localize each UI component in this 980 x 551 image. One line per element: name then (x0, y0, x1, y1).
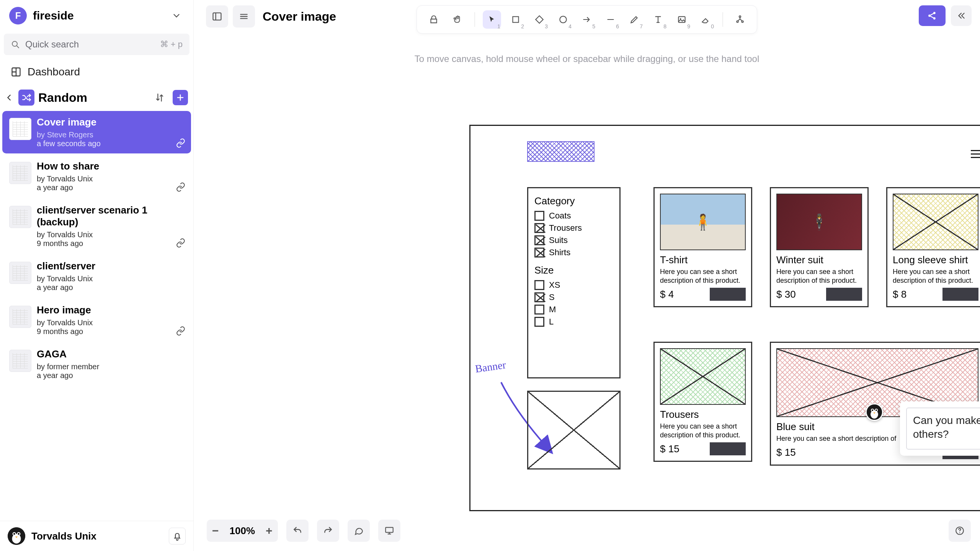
product-title: Long sleeve shirt (893, 254, 978, 266)
product-card-wintersuit[interactable]: 🕴️ Winter suit Here you can see a short … (770, 187, 869, 307)
share-icon (927, 10, 938, 21)
buy-button-placeholder[interactable] (710, 442, 746, 455)
link-icon[interactable] (176, 182, 186, 192)
lock-icon (429, 15, 439, 24)
add-document-button[interactable] (173, 90, 188, 105)
product-price: $ 8 (893, 289, 906, 300)
present-button[interactable] (378, 520, 400, 542)
filter-label: S (549, 292, 555, 302)
tool-pencil[interactable]: 7 (625, 10, 644, 29)
chevrons-left-icon (956, 11, 966, 21)
canvas[interactable]: menu Category CoatsTrousersSuitsShirts S… (194, 33, 980, 551)
link-icon[interactable] (176, 138, 186, 148)
notifications-button[interactable] (169, 528, 186, 544)
buy-button-placeholder[interactable] (826, 288, 862, 301)
tool-share-diagram[interactable] (731, 10, 749, 29)
workspace-switcher[interactable]: F fireside (0, 0, 193, 31)
doc-title: Cover image (37, 116, 184, 128)
buy-button-placeholder[interactable] (710, 288, 746, 301)
redo-button[interactable] (317, 520, 339, 542)
penguin-icon (8, 527, 25, 545)
filter-option[interactable]: Shirts (534, 248, 613, 258)
comment-input[interactable]: Can you make it as wide as the others? (906, 408, 980, 450)
dashboard-link[interactable]: Dashboard (0, 61, 193, 86)
tool-diamond[interactable]: 3 (530, 10, 549, 29)
logo-placeholder[interactable] (527, 141, 595, 162)
board-title[interactable]: Cover image (263, 10, 336, 24)
diamond-icon (534, 15, 544, 24)
document-item[interactable]: Cover image by Steve Rogers a few second… (2, 111, 191, 153)
comments-button[interactable] (348, 520, 370, 542)
zoom-in-button[interactable]: + (266, 524, 273, 537)
collaborator-cursor[interactable] (866, 403, 883, 421)
doc-author: by Torvalds Unix (37, 274, 184, 283)
tool-hand[interactable] (448, 10, 467, 29)
tool-arrow[interactable]: 5 (578, 10, 596, 29)
banner-annotation[interactable]: Banner (474, 359, 507, 375)
filter-option[interactable]: M (534, 305, 613, 315)
tool-circle[interactable]: 4 (554, 10, 572, 29)
rect-icon (511, 15, 521, 24)
menu-element[interactable]: menu (971, 147, 980, 160)
document-item[interactable]: client/server by Torvalds Unix a year ag… (2, 255, 191, 297)
buy-button-placeholder[interactable] (942, 288, 978, 301)
section-back[interactable] (4, 92, 15, 103)
banner-placeholder[interactable] (527, 391, 621, 469)
bottom-toolbar: − 100% + (207, 520, 400, 542)
document-item[interactable]: GAGA by former member a year ago (2, 343, 191, 385)
shuffle-icon (21, 93, 31, 103)
zoom-value[interactable]: 100% (230, 525, 255, 537)
tool-select[interactable]: 1 (483, 10, 501, 29)
photo-placeholder: 🧍 (661, 194, 745, 249)
chevron-left-icon (5, 93, 13, 102)
chat-icon (354, 526, 364, 536)
filter-option[interactable]: Trousers (534, 223, 613, 233)
link-icon[interactable] (176, 326, 186, 336)
workspace-name: fireside (33, 9, 163, 22)
link-icon[interactable] (176, 238, 186, 248)
doc-timestamp: a year ago (37, 183, 184, 192)
workspace-dropdown[interactable] (169, 8, 184, 23)
doc-thumbnail (9, 206, 31, 228)
quick-search[interactable]: Quick search ⌘ + p (4, 34, 189, 55)
drawing-toolbar: 1234567890 (416, 5, 757, 34)
tool-lock[interactable] (425, 10, 443, 29)
product-title: Trousers (660, 409, 746, 421)
wireframe-frame[interactable]: menu Category CoatsTrousersSuitsShirts S… (469, 125, 980, 511)
collapse-panel-button[interactable] (951, 5, 972, 26)
product-card-tshirt[interactable]: 🧍 T-shirt Here you can see a short descr… (653, 187, 752, 307)
user-avatar[interactable] (8, 527, 25, 545)
tool-rect[interactable]: 2 (506, 10, 525, 29)
filter-option[interactable]: Coats (534, 211, 613, 221)
undo-button[interactable] (286, 520, 309, 542)
doc-title: client/server (37, 260, 184, 272)
product-card-trousers[interactable]: Trousers Here you can see a short descri… (653, 342, 752, 462)
product-card-longsleeve[interactable]: Long sleeve shirt Here you can see a sho… (886, 187, 980, 307)
checkbox-icon (534, 305, 544, 315)
document-item[interactable]: client/server scenario 1 (backup) by Tor… (2, 199, 191, 253)
filter-label: M (549, 305, 556, 315)
tool-text[interactable]: 8 (649, 10, 667, 29)
sort-button[interactable] (153, 91, 167, 104)
toggle-sidebar-button[interactable] (206, 5, 228, 28)
tool-line[interactable]: 6 (601, 10, 620, 29)
document-item[interactable]: Hero image by Torvalds Unix 9 months ago (2, 299, 191, 341)
zoom-out-button[interactable]: − (212, 524, 219, 537)
svg-rect-8 (213, 13, 221, 20)
filter-label: Coats (549, 211, 571, 221)
section-header: Random (0, 86, 193, 109)
filter-panel[interactable]: Category CoatsTrousersSuitsShirts Size X… (527, 187, 621, 378)
filter-option[interactable]: L (534, 317, 613, 327)
undo-icon (292, 526, 302, 536)
help-button[interactable] (949, 520, 971, 542)
filter-option[interactable]: XS (534, 280, 613, 290)
tool-eraser[interactable]: 0 (696, 10, 715, 29)
filter-option[interactable]: Suits (534, 235, 613, 245)
document-item[interactable]: How to share by Torvalds Unix a year ago (2, 155, 191, 197)
filter-label: Shirts (549, 248, 570, 258)
product-image-placeholder (660, 348, 746, 405)
filter-option[interactable]: S (534, 292, 613, 302)
share-button[interactable] (919, 5, 946, 26)
tool-image[interactable]: 9 (673, 10, 691, 29)
menu-button[interactable] (233, 5, 255, 28)
